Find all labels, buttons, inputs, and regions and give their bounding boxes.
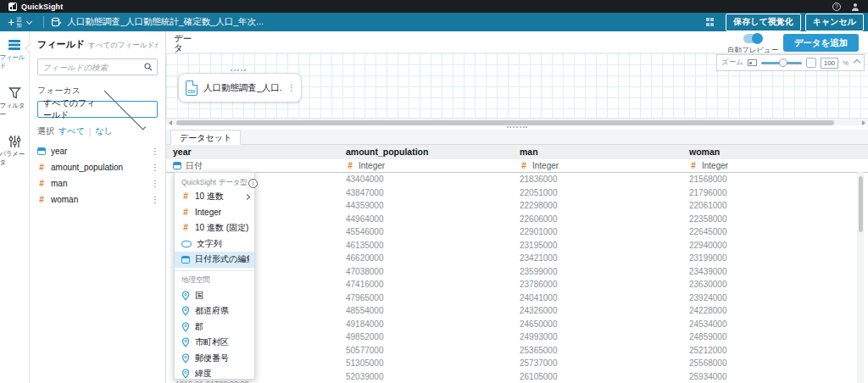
menu-item-10 進数[interactable]: #10 進数 xyxy=(175,189,254,205)
cell-woman: 22358000 xyxy=(682,213,861,226)
cell-woman: 22940000 xyxy=(682,239,861,253)
nav-parameters[interactable]: パラメータ xyxy=(0,136,30,167)
field-name: man xyxy=(51,179,146,188)
column-type-man[interactable]: #Integer xyxy=(513,159,682,172)
table-body: 4340400021836000215680004384700022051000… xyxy=(166,173,868,383)
zoom-percent-value[interactable]: 100 xyxy=(821,58,838,69)
menu-item-Integer[interactable]: #Integer xyxy=(175,205,254,221)
cell-man: 22606000 xyxy=(513,213,682,226)
cell-woman: 21568000 xyxy=(682,173,861,186)
dataset-name[interactable]: 人口動態調査_人口動態統計_確定数_人口_年次... xyxy=(67,16,264,28)
geospatial-section-label: 地理空間 xyxy=(175,274,254,288)
menu-item-label: 郵便番号 xyxy=(195,352,249,364)
zoom-slider[interactable] xyxy=(761,62,802,64)
field-menu-button[interactable]: ⋮ xyxy=(151,180,158,188)
cell-amount_population: 49852000 xyxy=(339,330,513,344)
menu-item-label: 市町村区 xyxy=(195,336,249,348)
geo-item-郡[interactable]: 郡 xyxy=(175,319,254,336)
dataset-node-title: 人口動態調査_人口... xyxy=(203,82,281,94)
column-header-woman[interactable]: woman xyxy=(682,145,861,159)
geo-item-緯度[interactable]: 緯度 xyxy=(175,366,254,382)
column-type-year[interactable]: 日付 xyxy=(166,159,339,172)
type-label: Integer xyxy=(702,161,728,170)
auto-preview-toggle[interactable] xyxy=(743,34,762,43)
map-pin-icon xyxy=(181,322,190,332)
menu-item-文字列[interactable]: 文字列 xyxy=(175,236,254,253)
add-icon[interactable]: + xyxy=(8,16,14,28)
tab-dataset[interactable]: データセット xyxy=(170,130,241,145)
quicksight-logo-icon xyxy=(8,3,17,11)
table-row: 449640002260600022358000 xyxy=(166,213,868,226)
type-label: Integer xyxy=(359,161,385,170)
cell-amount_population: 52039000 xyxy=(339,370,513,383)
geo-item-都道府県[interactable]: 都道府県 xyxy=(175,303,254,319)
node-menu-button[interactable]: ⋮ xyxy=(287,84,294,92)
add-label[interactable]: 追加 xyxy=(16,16,24,28)
select-none-link[interactable]: なし xyxy=(95,125,112,137)
number-icon: # xyxy=(37,180,46,188)
field-search-input[interactable] xyxy=(42,63,144,72)
field-item-man[interactable]: #man⋮ xyxy=(37,175,158,192)
map-pin-icon xyxy=(181,291,190,301)
table-vertical-scrollbar[interactable] xyxy=(857,172,864,383)
column-type-woman[interactable]: #Integer xyxy=(682,159,861,172)
table-row: 455460002290100022645000 xyxy=(166,225,868,239)
dataset-node[interactable]: CSV 人口動態調査_人口... ⋮ xyxy=(178,73,302,103)
scrollbar-thumb[interactable] xyxy=(859,176,863,232)
column-header-man[interactable]: man xyxy=(513,145,682,159)
cell-man: 24650000 xyxy=(513,318,682,331)
dataset-icon xyxy=(51,17,62,28)
menu-item-日付形式の編集[interactable]: 日付形式の編集 xyxy=(175,252,254,268)
table-row: 434040002183600021568000 xyxy=(166,173,868,186)
table-row: 505770002536500025212000 xyxy=(166,344,868,358)
chevron-down-icon[interactable] xyxy=(26,18,32,24)
zoom-percent-unit: % xyxy=(843,59,849,67)
geo-item-市町村区[interactable]: 市町村区 xyxy=(175,335,254,351)
splitter-drag-dots[interactable] xyxy=(507,126,527,128)
cell-amount_population: 46135000 xyxy=(339,239,513,253)
menu-item-label: 都道府県 xyxy=(195,305,249,317)
focus-select[interactable]: すべてのフィールド xyxy=(37,101,158,118)
fields-panel-title: フィールド xyxy=(37,38,85,51)
user-icon[interactable] xyxy=(851,3,860,11)
zoom-toolbar: ズーム 100 % xyxy=(716,54,865,71)
field-menu-button[interactable]: ⋮ xyxy=(151,147,158,156)
cell-woman: 23924000 xyxy=(682,291,861,305)
focus-select-value: すべてのフィールド xyxy=(43,97,97,121)
table-row: 491840002465000024534000 xyxy=(166,318,868,331)
zoom-slider-handle[interactable] xyxy=(779,58,787,67)
add-data-button[interactable]: データを追加 xyxy=(783,34,859,52)
collapse-zoombar-icon[interactable] xyxy=(854,59,860,66)
zoom-fit-icon[interactable] xyxy=(748,59,757,66)
save-visualize-button[interactable]: 保存して視覚化 xyxy=(726,14,800,31)
field-menu-button[interactable]: ⋮ xyxy=(151,196,158,204)
table-row: 461350002319500022940000 xyxy=(166,239,868,253)
table-row: 443590002229800022061000 xyxy=(166,199,868,213)
field-name: year xyxy=(51,147,146,156)
field-item-amount_population[interactable]: #amount_population⋮ xyxy=(37,159,158,175)
canvas-horizontal-scrollbar[interactable] xyxy=(166,118,868,125)
geo-item-郵便番号[interactable]: 郵便番号 xyxy=(175,351,254,367)
nav-fields[interactable]: フィールド xyxy=(0,40,30,70)
field-item-year[interactable]: year⋮ xyxy=(37,143,158,159)
field-item-woman[interactable]: #woman⋮ xyxy=(37,192,158,208)
scrollbar-thumb[interactable] xyxy=(176,120,834,125)
column-header-amount_population[interactable]: amount_population xyxy=(339,145,513,159)
column-header-year[interactable]: year xyxy=(166,145,339,159)
geo-item-国[interactable]: 国 xyxy=(175,288,254,304)
cancel-button[interactable]: キャンセル xyxy=(805,14,864,31)
field-search-box[interactable] xyxy=(37,58,158,75)
number-icon: # xyxy=(37,164,46,172)
cell-amount_population: 46620000 xyxy=(339,252,513,265)
shortcuts-grid-icon[interactable] xyxy=(706,18,715,26)
parameters-sliders-icon xyxy=(8,136,21,147)
info-icon[interactable]: i xyxy=(248,179,258,188)
field-menu-button[interactable]: ⋮ xyxy=(151,164,158,172)
zoom-reset-button[interactable] xyxy=(806,58,816,68)
column-type-amount_population[interactable]: #Integer xyxy=(339,159,513,172)
help-icon[interactable]: ? xyxy=(832,3,841,11)
menu-item-label: 10 進数 (固定) xyxy=(195,222,249,234)
nav-filters[interactable]: フィルター xyxy=(0,87,30,119)
menu-item-10 進数 (固定)[interactable]: #10 進数 (固定) xyxy=(175,220,254,236)
select-all-link[interactable]: すべて xyxy=(58,125,85,137)
